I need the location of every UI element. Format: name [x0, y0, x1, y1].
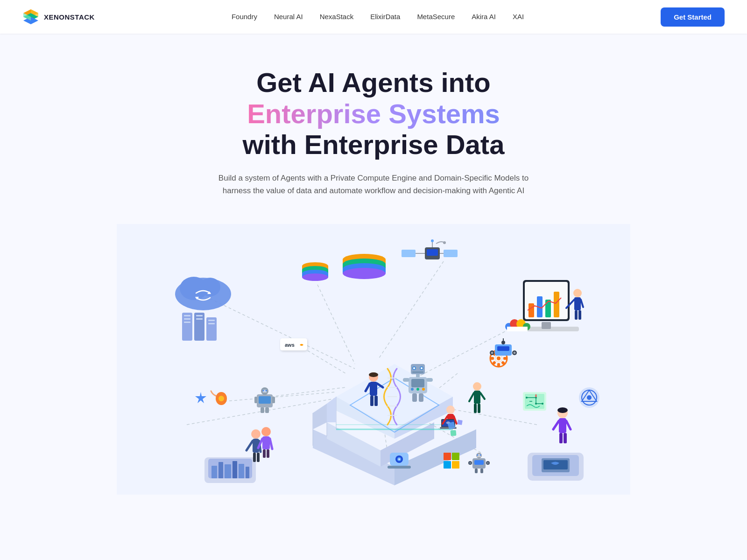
svg-text:aws: aws	[285, 342, 295, 348]
svg-rect-129	[474, 404, 477, 413]
svg-point-104	[411, 388, 414, 391]
hero-illustration: aws	[117, 219, 630, 499]
svg-rect-162	[575, 310, 578, 320]
logo-text: XENONSTACK	[44, 13, 95, 21]
svg-rect-49	[272, 397, 275, 403]
svg-rect-108	[426, 378, 433, 382]
svg-rect-32	[208, 323, 215, 324]
svg-point-106	[422, 388, 425, 391]
svg-point-105	[416, 388, 419, 391]
svg-rect-25	[184, 318, 190, 320]
logo[interactable]: XENONSTACK	[22, 8, 95, 25]
hero-section: Get AI Agents into Enterprise Systems wi…	[0, 34, 747, 197]
svg-point-39	[302, 273, 328, 281]
nav-item-foundry[interactable]: Foundry	[232, 13, 257, 21]
svg-point-53	[218, 396, 224, 401]
svg-point-112	[369, 372, 378, 377]
hero-title-line1: Get AI Agents into	[22, 67, 725, 98]
svg-rect-234	[480, 469, 483, 473]
svg-rect-233	[475, 469, 478, 473]
svg-rect-217	[452, 461, 459, 469]
svg-rect-139	[427, 249, 438, 256]
svg-rect-159	[574, 297, 581, 310]
nav-link-akira-ai[interactable]: Akira AI	[472, 13, 496, 21]
svg-point-125	[473, 382, 481, 391]
svg-point-141	[431, 239, 434, 242]
nav-item-elixirdata[interactable]: ElixirData	[370, 13, 400, 21]
svg-point-228	[480, 455, 481, 456]
svg-rect-126	[474, 391, 480, 404]
svg-rect-61	[239, 464, 244, 478]
svg-rect-48	[254, 397, 257, 403]
svg-rect-163	[578, 310, 581, 320]
nav-link-xai[interactable]: XAI	[513, 13, 524, 21]
svg-rect-29	[196, 318, 203, 320]
hero-title-gradient-line: Enterprise Systems	[22, 98, 725, 130]
svg-rect-186	[497, 346, 509, 351]
svg-point-97	[413, 367, 415, 369]
svg-rect-130	[478, 404, 480, 413]
svg-rect-101	[416, 374, 420, 377]
svg-rect-58	[218, 462, 223, 478]
svg-point-63	[251, 429, 261, 439]
nav-item-metasecure[interactable]: MetaSecure	[417, 13, 455, 21]
svg-rect-27	[194, 313, 204, 341]
logo-icon	[22, 8, 39, 25]
svg-point-158	[573, 289, 582, 297]
svg-rect-67	[253, 453, 256, 462]
svg-point-230	[470, 462, 471, 464]
nav-link-metasecure[interactable]: MetaSecure	[417, 13, 455, 21]
svg-point-46	[263, 390, 264, 392]
svg-point-213	[542, 403, 543, 405]
svg-point-118	[446, 406, 455, 414]
svg-point-185	[514, 352, 516, 354]
svg-rect-154	[529, 303, 534, 317]
get-started-button[interactable]: Get Started	[661, 7, 725, 27]
svg-rect-74	[267, 449, 269, 458]
svg-rect-31	[208, 320, 215, 321]
svg-rect-215	[452, 453, 459, 460]
svg-point-149	[343, 268, 386, 279]
svg-rect-109	[412, 393, 417, 402]
svg-rect-60	[233, 461, 237, 478]
nav-item-akira-ai[interactable]: Akira AI	[472, 13, 496, 21]
nav-item-xai[interactable]: XAI	[513, 13, 524, 21]
svg-rect-151	[542, 322, 551, 329]
svg-rect-196	[543, 460, 568, 469]
svg-rect-173	[503, 357, 507, 360]
nav-link-elixirdata[interactable]: ElixirData	[370, 13, 400, 21]
svg-rect-135	[444, 250, 458, 257]
svg-point-142	[443, 241, 446, 244]
svg-rect-133	[450, 430, 456, 436]
svg-point-99	[421, 367, 423, 369]
svg-rect-222	[388, 466, 411, 469]
svg-rect-59	[225, 464, 231, 478]
svg-rect-116	[370, 396, 374, 406]
nav-item-neural-ai[interactable]: Neural AI	[274, 13, 303, 21]
svg-rect-177	[490, 357, 494, 360]
svg-rect-51	[265, 407, 269, 413]
illustration-area: aws	[0, 219, 747, 499]
nav-link-foundry[interactable]: Foundry	[232, 13, 257, 21]
svg-rect-62	[246, 467, 249, 478]
svg-point-221	[399, 459, 400, 460]
nav-links: Foundry Neural AI NexaStack ElixirData M…	[232, 13, 524, 21]
svg-point-210	[526, 397, 528, 399]
svg-rect-175	[497, 363, 500, 367]
svg-rect-134	[402, 250, 416, 257]
navbar: XENONSTACK Foundry Neural AI NexaStack E…	[0, 0, 747, 34]
svg-rect-50	[261, 407, 264, 413]
svg-rect-216	[444, 461, 451, 469]
svg-point-183	[491, 352, 493, 354]
svg-point-232	[487, 462, 489, 464]
svg-rect-107	[403, 378, 409, 382]
nav-item-nexastack[interactable]: NexaStack	[320, 13, 354, 21]
nav-link-neural-ai[interactable]: Neural AI	[274, 13, 303, 21]
svg-rect-132	[457, 420, 463, 426]
svg-point-47	[266, 390, 267, 392]
nav-link-nexastack[interactable]: NexaStack	[320, 13, 354, 21]
hero-title-line3: with Enterprise Data	[22, 129, 725, 161]
hero-subtitle: Build a system of Agents with a Private …	[210, 172, 537, 197]
svg-rect-43	[259, 396, 271, 404]
svg-rect-68	[257, 453, 260, 462]
